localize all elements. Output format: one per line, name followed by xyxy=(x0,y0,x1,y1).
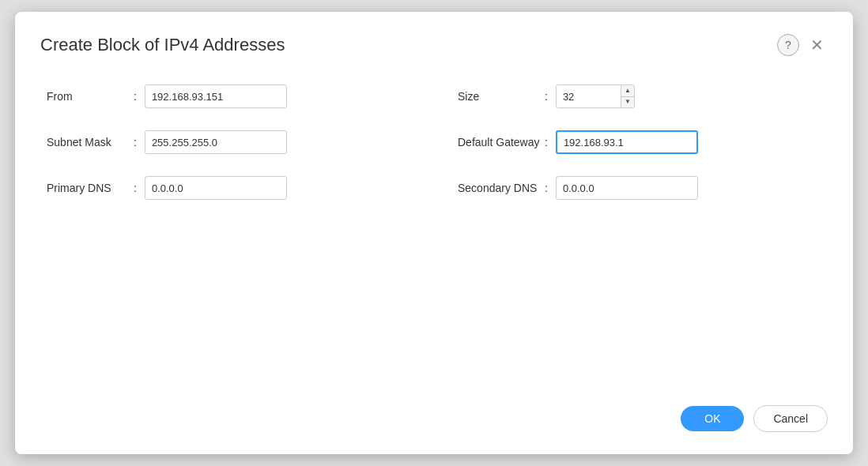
default-gateway-input[interactable] xyxy=(556,130,698,154)
spinner-controls: ▲ ▼ xyxy=(621,85,634,107)
secondary-dns-label: Secondary DNS xyxy=(458,182,545,194)
form-right-col: Size : ▲ ▼ Default Gateway : Secondary D… xyxy=(458,85,821,200)
subnet-mask-colon: : xyxy=(134,136,137,148)
secondary-dns-input[interactable] xyxy=(556,176,698,200)
default-gateway-colon: : xyxy=(545,136,548,148)
primary-dns-label: Primary DNS xyxy=(47,182,134,194)
form-left-col: From : Subnet Mask : Primary DNS : xyxy=(47,85,410,200)
secondary-dns-row: Secondary DNS : xyxy=(458,176,821,200)
secondary-dns-colon: : xyxy=(545,182,548,194)
dialog-title: Create Block of IPv4 Addresses xyxy=(40,35,285,55)
subnet-mask-row: Subnet Mask : xyxy=(47,130,410,154)
form-grid: From : Subnet Mask : Primary DNS : Size xyxy=(40,85,828,200)
primary-dns-row: Primary DNS : xyxy=(47,176,410,200)
size-label: Size xyxy=(458,90,545,103)
help-button[interactable]: ? xyxy=(777,34,799,56)
default-gateway-row: Default Gateway : xyxy=(458,130,821,154)
ok-button[interactable]: OK xyxy=(681,406,744,431)
header-icons: ? ✕ xyxy=(777,34,828,56)
dialog-footer: OK Cancel xyxy=(40,374,828,432)
dialog-header: Create Block of IPv4 Addresses ? ✕ xyxy=(40,34,828,56)
size-spinner[interactable]: ▲ ▼ xyxy=(556,85,635,108)
primary-dns-colon: : xyxy=(134,182,137,194)
from-input[interactable] xyxy=(145,85,287,108)
default-gateway-label: Default Gateway xyxy=(458,136,545,148)
subnet-mask-input[interactable] xyxy=(145,130,287,154)
spinner-up-button[interactable]: ▲ xyxy=(621,85,634,97)
size-colon: : xyxy=(545,90,548,103)
from-colon: : xyxy=(134,90,137,103)
subnet-mask-label: Subnet Mask xyxy=(47,136,134,148)
spinner-down-button[interactable]: ▼ xyxy=(621,97,634,108)
from-row: From : xyxy=(47,85,410,108)
size-input[interactable] xyxy=(557,85,621,107)
cancel-button[interactable]: Cancel xyxy=(753,405,828,432)
primary-dns-input[interactable] xyxy=(145,176,287,200)
create-ipv4-dialog: Create Block of IPv4 Addresses ? ✕ From … xyxy=(15,12,853,454)
from-label: From xyxy=(47,90,134,103)
close-button[interactable]: ✕ xyxy=(806,34,828,56)
size-row: Size : ▲ ▼ xyxy=(458,85,821,108)
